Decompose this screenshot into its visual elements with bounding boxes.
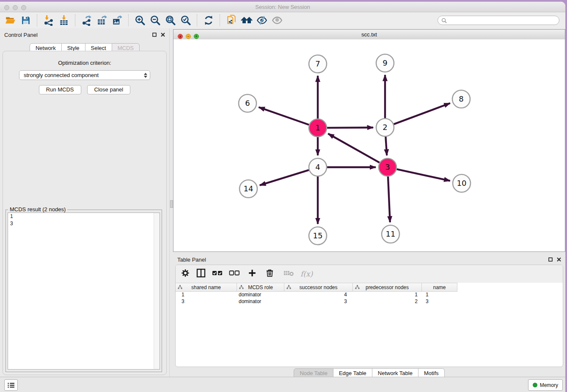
save-session-button[interactable] xyxy=(19,14,32,27)
splitter-grip[interactable] xyxy=(170,200,173,208)
close-panel-button-icon[interactable] xyxy=(161,33,165,37)
cell-name[interactable]: 1 xyxy=(422,292,457,298)
graph-node-9[interactable]: 9 xyxy=(376,54,394,72)
cell-predecessor-nodes[interactable]: 1 xyxy=(353,292,422,298)
search-input[interactable] xyxy=(449,17,556,24)
float-panel-button[interactable] xyxy=(152,33,157,37)
result-scrollbar[interactable] xyxy=(154,213,160,369)
task-list-icon xyxy=(7,382,15,389)
graph-node-10[interactable]: 10 xyxy=(453,174,471,192)
close-table-panel-button[interactable] xyxy=(557,257,561,262)
graph-node-14[interactable]: 14 xyxy=(239,180,257,198)
table-row[interactable]: 1 dominator 4 1 1 xyxy=(176,292,457,298)
column-header-successor-nodes[interactable]: successor nodes xyxy=(284,283,353,291)
zoom-out-button[interactable] xyxy=(149,14,162,27)
network-minimize-icon[interactable]: − xyxy=(186,34,191,39)
graph-edge-3-1[interactable] xyxy=(328,134,379,163)
cell-shared-name[interactable]: 1 xyxy=(176,292,237,298)
cell-name[interactable]: 3 xyxy=(422,298,457,305)
graph-node-2[interactable]: 2 xyxy=(376,119,394,136)
delete-table-button[interactable] xyxy=(284,269,295,279)
export-table-button[interactable] xyxy=(96,14,108,27)
graph-node-3[interactable]: 3 xyxy=(379,158,396,176)
zoom-selected-button[interactable] xyxy=(179,14,192,27)
close-window-icon[interactable] xyxy=(4,5,9,10)
maximize-window-icon[interactable] xyxy=(21,5,26,10)
graph-edge-1-2[interactable] xyxy=(327,127,373,128)
svg-text:9: 9 xyxy=(383,58,387,67)
optimization-criterion-select[interactable]: strongly connected component xyxy=(19,70,150,80)
task-history-button[interactable] xyxy=(4,379,18,391)
eye-icon xyxy=(272,15,283,26)
unselect-all-columns-button[interactable] xyxy=(229,269,240,279)
cell-mcds-role[interactable]: dominator xyxy=(237,298,284,305)
refresh-button[interactable] xyxy=(202,14,215,27)
graph-edge-2-8[interactable] xyxy=(394,103,450,124)
control-panel-title: Control Panel xyxy=(4,32,38,38)
graph-node-1[interactable]: 1 xyxy=(309,119,327,137)
graph-edge-2-3[interactable] xyxy=(385,137,387,155)
mcds-result-textarea[interactable]: 1 3 xyxy=(8,213,160,370)
window-controls[interactable] xyxy=(4,4,30,12)
network-canvas[interactable]: 7968124314101511 xyxy=(173,39,565,251)
graph-edge-3-10[interactable] xyxy=(396,169,450,181)
export-network-button[interactable] xyxy=(80,14,93,27)
sort-icon xyxy=(239,285,244,291)
table-settings-button[interactable] xyxy=(181,268,190,279)
cell-successor-nodes[interactable]: 3 xyxy=(284,298,353,305)
show-hide-panel-button[interactable] xyxy=(271,14,284,27)
network-window-titlebar[interactable]: x−+ scc.txt xyxy=(173,30,565,40)
graph-node-6[interactable]: 6 xyxy=(239,94,256,112)
delete-columns-button[interactable] xyxy=(265,268,274,279)
select-all-columns-button[interactable] xyxy=(212,269,223,279)
export-network-icon xyxy=(81,15,92,26)
float-table-panel-button[interactable] xyxy=(548,257,553,262)
result-line: 1 xyxy=(8,213,160,220)
show-columns-button[interactable] xyxy=(196,268,206,280)
graph-edge-3-11[interactable] xyxy=(388,177,390,222)
export-image-button[interactable] xyxy=(111,14,124,27)
zoom-fit-button[interactable] xyxy=(164,14,177,27)
export-table-icon xyxy=(96,15,107,26)
import-network-button[interactable] xyxy=(42,14,55,27)
first-neighbors-button[interactable] xyxy=(240,14,253,27)
run-mcds-button[interactable]: Run MCDS xyxy=(39,85,81,94)
graph-node-11[interactable]: 11 xyxy=(382,225,399,243)
panel-splitter[interactable] xyxy=(169,28,173,377)
column-header-shared-name[interactable]: shared name xyxy=(176,283,237,291)
column-header-name[interactable]: name xyxy=(422,283,457,291)
graph-edge-1-6[interactable] xyxy=(259,107,309,125)
toolbar-separator xyxy=(220,14,220,26)
cell-mcds-role[interactable]: dominator xyxy=(237,292,284,298)
toolbar-separator xyxy=(197,14,198,26)
open-session-button[interactable] xyxy=(4,14,17,27)
column-header-mcds-role[interactable]: MCDS role xyxy=(237,283,284,291)
cell-shared-name[interactable]: 3 xyxy=(176,298,237,305)
close-panel-button[interactable]: Close panel xyxy=(87,85,131,94)
result-line: 3 xyxy=(8,220,160,227)
clone-network-button[interactable] xyxy=(225,14,238,27)
table-row[interactable]: 3 dominator 3 2 3 xyxy=(176,298,457,305)
function-builder-button[interactable]: f(x) xyxy=(300,270,313,278)
graph-node-4[interactable]: 4 xyxy=(309,158,327,176)
gear-icon xyxy=(181,268,190,278)
application-window: Session: New Session Cont xyxy=(0,2,565,392)
column-header-predecessor-nodes[interactable]: predecessor nodes xyxy=(353,283,422,291)
graph-edge-4-14[interactable] xyxy=(260,170,309,185)
search-field[interactable] xyxy=(438,16,559,25)
show-hide-style-button[interactable] xyxy=(256,14,268,27)
network-close-icon[interactable]: x xyxy=(178,34,183,39)
graph-node-7[interactable]: 7 xyxy=(309,55,327,73)
svg-text:2: 2 xyxy=(383,123,387,132)
minimize-window-icon[interactable] xyxy=(13,5,18,10)
import-table-button[interactable] xyxy=(58,14,70,27)
graph-node-15[interactable]: 15 xyxy=(309,227,327,245)
graph-node-8[interactable]: 8 xyxy=(452,90,470,108)
memory-button[interactable]: Memory xyxy=(528,379,563,391)
network-maximize-icon[interactable]: + xyxy=(194,34,199,39)
table-panel-title: Table Panel xyxy=(177,257,206,263)
cell-predecessor-nodes[interactable]: 2 xyxy=(353,298,422,305)
zoom-in-button[interactable] xyxy=(134,14,146,27)
add-function-button[interactable] xyxy=(248,268,257,279)
cell-successor-nodes[interactable]: 4 xyxy=(284,292,353,298)
